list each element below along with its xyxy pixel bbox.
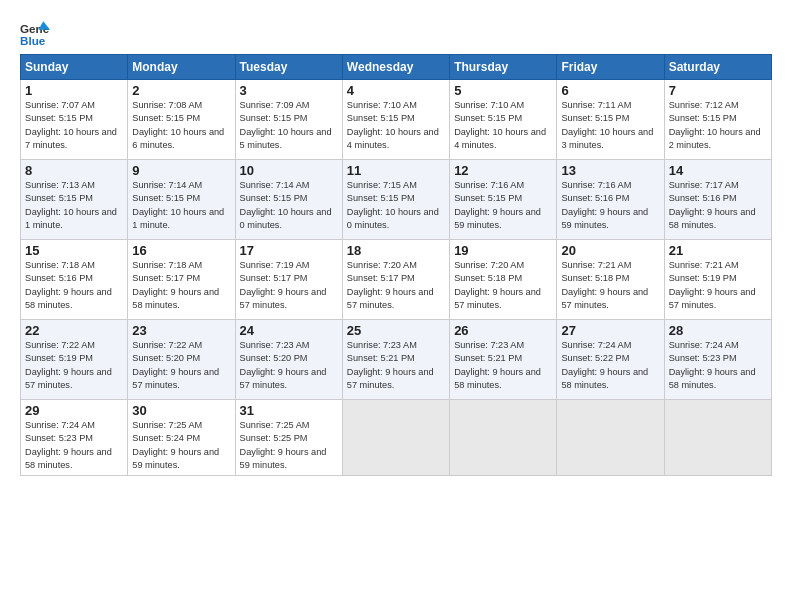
calendar-cell: 17 Sunrise: 7:19 AM Sunset: 5:17 PM Dayl… (235, 240, 342, 320)
sunrise-label: Sunrise: 7:23 AM (347, 340, 417, 350)
calendar-cell: 26 Sunrise: 7:23 AM Sunset: 5:21 PM Dayl… (450, 320, 557, 400)
sunset-label: Sunset: 5:15 PM (25, 113, 93, 123)
sunrise-label: Sunrise: 7:24 AM (25, 420, 95, 430)
day-number: 17 (240, 243, 338, 258)
sunrise-label: Sunrise: 7:24 AM (561, 340, 631, 350)
daylight-label: Daylight: 9 hours and 57 minutes. (347, 367, 434, 390)
sunrise-label: Sunrise: 7:13 AM (25, 180, 95, 190)
sunset-label: Sunset: 5:15 PM (132, 193, 200, 203)
sunrise-label: Sunrise: 7:22 AM (132, 340, 202, 350)
sunrise-label: Sunrise: 7:24 AM (669, 340, 739, 350)
daylight-label: Daylight: 9 hours and 59 minutes. (454, 207, 541, 230)
sunrise-label: Sunrise: 7:25 AM (132, 420, 202, 430)
day-number: 6 (561, 83, 659, 98)
day-number: 8 (25, 163, 123, 178)
day-number: 13 (561, 163, 659, 178)
sunrise-label: Sunrise: 7:07 AM (25, 100, 95, 110)
day-info: Sunrise: 7:19 AM Sunset: 5:17 PM Dayligh… (240, 259, 338, 312)
calendar-cell: 14 Sunrise: 7:17 AM Sunset: 5:16 PM Dayl… (664, 160, 771, 240)
day-info: Sunrise: 7:24 AM Sunset: 5:23 PM Dayligh… (25, 419, 123, 472)
calendar-cell: 28 Sunrise: 7:24 AM Sunset: 5:23 PM Dayl… (664, 320, 771, 400)
sunset-label: Sunset: 5:23 PM (669, 353, 737, 363)
day-number: 12 (454, 163, 552, 178)
calendar-cell: 13 Sunrise: 7:16 AM Sunset: 5:16 PM Dayl… (557, 160, 664, 240)
sunrise-label: Sunrise: 7:23 AM (454, 340, 524, 350)
day-info: Sunrise: 7:16 AM Sunset: 5:15 PM Dayligh… (454, 179, 552, 232)
day-info: Sunrise: 7:12 AM Sunset: 5:15 PM Dayligh… (669, 99, 767, 152)
sunset-label: Sunset: 5:21 PM (347, 353, 415, 363)
day-number: 27 (561, 323, 659, 338)
day-number: 15 (25, 243, 123, 258)
calendar-cell: 2 Sunrise: 7:08 AM Sunset: 5:15 PM Dayli… (128, 80, 235, 160)
sunset-label: Sunset: 5:15 PM (561, 113, 629, 123)
day-info: Sunrise: 7:14 AM Sunset: 5:15 PM Dayligh… (240, 179, 338, 232)
day-info: Sunrise: 7:23 AM Sunset: 5:21 PM Dayligh… (347, 339, 445, 392)
calendar-cell: 7 Sunrise: 7:12 AM Sunset: 5:15 PM Dayli… (664, 80, 771, 160)
sunrise-label: Sunrise: 7:10 AM (454, 100, 524, 110)
sunrise-label: Sunrise: 7:11 AM (561, 100, 631, 110)
day-number: 20 (561, 243, 659, 258)
daylight-label: Daylight: 9 hours and 58 minutes. (561, 367, 648, 390)
day-number: 21 (669, 243, 767, 258)
logo-icon: General Blue (20, 18, 50, 48)
day-number: 5 (454, 83, 552, 98)
daylight-label: Daylight: 9 hours and 57 minutes. (240, 287, 327, 310)
daylight-label: Daylight: 9 hours and 57 minutes. (25, 367, 112, 390)
calendar-cell (342, 400, 449, 476)
sunset-label: Sunset: 5:16 PM (669, 193, 737, 203)
day-info: Sunrise: 7:21 AM Sunset: 5:19 PM Dayligh… (669, 259, 767, 312)
day-number: 3 (240, 83, 338, 98)
calendar-cell: 3 Sunrise: 7:09 AM Sunset: 5:15 PM Dayli… (235, 80, 342, 160)
calendar-cell: 31 Sunrise: 7:25 AM Sunset: 5:25 PM Dayl… (235, 400, 342, 476)
day-info: Sunrise: 7:21 AM Sunset: 5:18 PM Dayligh… (561, 259, 659, 312)
day-info: Sunrise: 7:13 AM Sunset: 5:15 PM Dayligh… (25, 179, 123, 232)
day-number: 25 (347, 323, 445, 338)
day-number: 26 (454, 323, 552, 338)
calendar-header-row: SundayMondayTuesdayWednesdayThursdayFrid… (21, 55, 772, 80)
daylight-label: Daylight: 9 hours and 58 minutes. (454, 367, 541, 390)
daylight-label: Daylight: 9 hours and 58 minutes. (132, 287, 219, 310)
sunrise-label: Sunrise: 7:17 AM (669, 180, 739, 190)
sunset-label: Sunset: 5:22 PM (561, 353, 629, 363)
day-header: Thursday (450, 55, 557, 80)
sunset-label: Sunset: 5:16 PM (25, 273, 93, 283)
calendar-cell: 5 Sunrise: 7:10 AM Sunset: 5:15 PM Dayli… (450, 80, 557, 160)
sunset-label: Sunset: 5:19 PM (25, 353, 93, 363)
calendar-cell: 10 Sunrise: 7:14 AM Sunset: 5:15 PM Dayl… (235, 160, 342, 240)
calendar-cell: 4 Sunrise: 7:10 AM Sunset: 5:15 PM Dayli… (342, 80, 449, 160)
sunrise-label: Sunrise: 7:23 AM (240, 340, 310, 350)
day-info: Sunrise: 7:20 AM Sunset: 5:17 PM Dayligh… (347, 259, 445, 312)
day-number: 18 (347, 243, 445, 258)
day-info: Sunrise: 7:24 AM Sunset: 5:22 PM Dayligh… (561, 339, 659, 392)
day-info: Sunrise: 7:07 AM Sunset: 5:15 PM Dayligh… (25, 99, 123, 152)
daylight-label: Daylight: 9 hours and 57 minutes. (240, 367, 327, 390)
day-info: Sunrise: 7:22 AM Sunset: 5:20 PM Dayligh… (132, 339, 230, 392)
calendar-cell: 16 Sunrise: 7:18 AM Sunset: 5:17 PM Dayl… (128, 240, 235, 320)
sunset-label: Sunset: 5:21 PM (454, 353, 522, 363)
sunset-label: Sunset: 5:15 PM (347, 193, 415, 203)
sunset-label: Sunset: 5:15 PM (25, 193, 93, 203)
calendar-cell: 22 Sunrise: 7:22 AM Sunset: 5:19 PM Dayl… (21, 320, 128, 400)
logo: General Blue (20, 18, 54, 48)
day-info: Sunrise: 7:11 AM Sunset: 5:15 PM Dayligh… (561, 99, 659, 152)
day-header: Sunday (21, 55, 128, 80)
day-number: 2 (132, 83, 230, 98)
calendar-cell (557, 400, 664, 476)
sunrise-label: Sunrise: 7:16 AM (454, 180, 524, 190)
day-header: Monday (128, 55, 235, 80)
sunrise-label: Sunrise: 7:16 AM (561, 180, 631, 190)
day-info: Sunrise: 7:10 AM Sunset: 5:15 PM Dayligh… (454, 99, 552, 152)
sunrise-label: Sunrise: 7:20 AM (454, 260, 524, 270)
day-header: Friday (557, 55, 664, 80)
sunrise-label: Sunrise: 7:18 AM (25, 260, 95, 270)
daylight-label: Daylight: 10 hours and 7 minutes. (25, 127, 117, 150)
day-info: Sunrise: 7:18 AM Sunset: 5:16 PM Dayligh… (25, 259, 123, 312)
sunrise-label: Sunrise: 7:15 AM (347, 180, 417, 190)
sunrise-label: Sunrise: 7:12 AM (669, 100, 739, 110)
daylight-label: Daylight: 10 hours and 4 minutes. (454, 127, 546, 150)
daylight-label: Daylight: 10 hours and 0 minutes. (240, 207, 332, 230)
calendar-cell: 12 Sunrise: 7:16 AM Sunset: 5:15 PM Dayl… (450, 160, 557, 240)
daylight-label: Daylight: 10 hours and 1 minute. (25, 207, 117, 230)
day-number: 1 (25, 83, 123, 98)
daylight-label: Daylight: 9 hours and 57 minutes. (347, 287, 434, 310)
